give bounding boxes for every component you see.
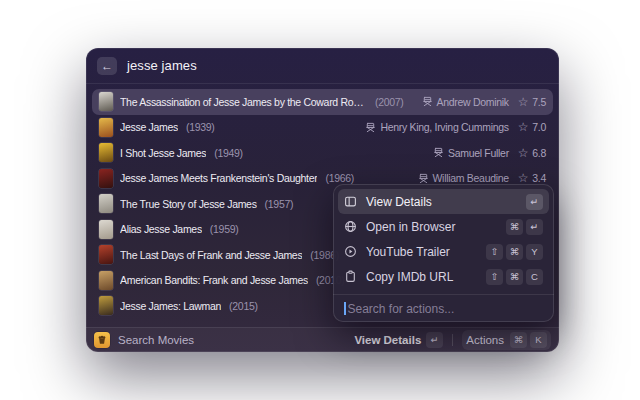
movie-title: Jesse James <box>120 121 178 133</box>
movie-title: American Bandits: Frank and Jesse James <box>120 274 308 286</box>
movie-poster-thumbnail <box>99 271 113 290</box>
movie-poster-thumbnail <box>99 220 113 239</box>
movie-year: (2015) <box>229 300 258 312</box>
actions-button[interactable]: Actions ⌘ K <box>462 330 551 350</box>
sidebar-icon <box>344 195 357 208</box>
back-button[interactable]: ← <box>97 57 117 75</box>
actions-menu: View Details ↵ Open in Browser ⌘ ↵ <box>333 184 554 322</box>
director-name: William Beaudine <box>433 172 509 184</box>
movie-title: Alias Jesse James <box>120 223 202 235</box>
rating-value: 3.4 <box>532 172 546 184</box>
key-y: Y <box>526 244 543 260</box>
search-header: ← jesse james <box>86 48 559 84</box>
movie-title: The True Story of Jesse James <box>120 198 257 210</box>
director-name: Henry King, Irving Cummings <box>380 121 508 133</box>
movie-year: (1949) <box>214 147 243 159</box>
extension-name: Search Movies <box>118 334 194 346</box>
menu-item-label: YouTube Trailer <box>366 245 450 259</box>
footer-bar: Search Movies View Details ↵ Actions ⌘ K <box>86 327 559 352</box>
play-circle-icon <box>344 245 357 258</box>
key-shift: ⇧ <box>486 244 503 260</box>
star-icon: ☆ <box>518 96 528 108</box>
movie-poster-thumbnail <box>99 118 113 137</box>
movie-year: (1966) <box>325 172 354 184</box>
movie-meta: Samuel Fuller ☆ 6.8 <box>433 147 546 159</box>
globe-icon <box>344 220 357 233</box>
desktop-background: ← jesse james The Assassination of Jesse… <box>0 0 640 400</box>
rating-value: 6.8 <box>532 147 546 159</box>
clipboard-icon <box>344 270 357 283</box>
movie-title: The Assassination of Jesse James by the … <box>120 96 367 108</box>
movie-row[interactable]: The Assassination of Jesse James by the … <box>92 89 553 115</box>
movie-poster-thumbnail <box>99 92 113 111</box>
director-chair-icon <box>433 147 444 158</box>
primary-action-label[interactable]: View Details <box>354 334 421 346</box>
movie-poster-thumbnail <box>99 296 113 315</box>
menu-item-youtube-trailer[interactable]: YouTube Trailer ⇧ ⌘ Y <box>338 239 549 264</box>
movie-row[interactable]: Jesse James (1939) Henry King, Irving Cu… <box>92 115 553 141</box>
actions-search-input[interactable]: Search for actions... <box>333 294 554 322</box>
movie-poster-thumbnail <box>99 194 113 213</box>
key-cmd: ⌘ <box>506 244 523 260</box>
director-chair-icon <box>422 96 433 107</box>
key-return: ↵ <box>526 219 543 235</box>
menu-item-copy-imdb-url[interactable]: Copy IMDb URL ⇧ ⌘ C <box>338 264 549 289</box>
movie-title: I Shot Jesse James <box>120 147 206 159</box>
movie-poster-thumbnail <box>99 143 113 162</box>
movie-poster-thumbnail <box>99 245 113 264</box>
movie-year: (1957) <box>265 198 294 210</box>
movie-year: (2007) <box>375 96 404 108</box>
footer-divider <box>452 334 453 346</box>
menu-item-label: Open in Browser <box>366 220 455 234</box>
key-cmd: ⌘ <box>506 219 523 235</box>
menu-item-view-details[interactable]: View Details ↵ <box>338 189 549 214</box>
menu-item-label: Copy IMDb URL <box>366 270 453 284</box>
director-chair-icon <box>365 122 376 133</box>
actions-button-label: Actions <box>466 334 504 346</box>
menu-item-label: View Details <box>366 195 432 209</box>
movie-title: Jesse James: Lawman <box>120 300 221 312</box>
movie-title: Jesse James Meets Frankenstein's Daughte… <box>120 172 317 184</box>
star-icon: ☆ <box>518 172 528 184</box>
actions-search-placeholder: Search for actions... <box>348 302 455 316</box>
key-cmd: ⌘ <box>510 332 527 348</box>
key-shift: ⇧ <box>486 269 503 285</box>
movie-year: (1939) <box>186 121 215 133</box>
director-name: Samuel Fuller <box>448 147 509 159</box>
key-cmd: ⌘ <box>506 269 523 285</box>
director-name: Andrew Dominik <box>437 96 509 108</box>
movie-meta: Andrew Dominik ☆ 7.5 <box>422 96 546 108</box>
movie-title: The Last Days of Frank and Jesse James <box>120 249 302 261</box>
search-input[interactable]: jesse james <box>127 58 197 73</box>
launcher-window: ← jesse james The Assassination of Jesse… <box>86 48 559 352</box>
menu-item-open-in-browser[interactable]: Open in Browser ⌘ ↵ <box>338 214 549 239</box>
movie-meta: William Beaudine ☆ 3.4 <box>418 172 547 184</box>
movie-row[interactable]: I Shot Jesse James (1949) Samuel Fuller … <box>92 140 553 166</box>
back-arrow-icon: ← <box>101 59 113 73</box>
movie-meta: Henry King, Irving Cummings ☆ 7.0 <box>365 121 546 133</box>
key-return: ↵ <box>526 194 543 210</box>
movie-year: (1959) <box>210 223 239 235</box>
text-cursor <box>344 302 346 315</box>
key-return: ↵ <box>426 332 443 348</box>
movie-poster-thumbnail <box>99 169 113 188</box>
star-icon: ☆ <box>518 121 528 133</box>
rating-value: 7.0 <box>532 121 546 133</box>
popcorn-app-icon <box>94 332 110 348</box>
star-icon: ☆ <box>518 147 528 159</box>
key-k: K <box>530 332 547 348</box>
key-c: C <box>526 269 543 285</box>
director-chair-icon <box>418 173 429 184</box>
rating-value: 7.5 <box>532 96 546 108</box>
